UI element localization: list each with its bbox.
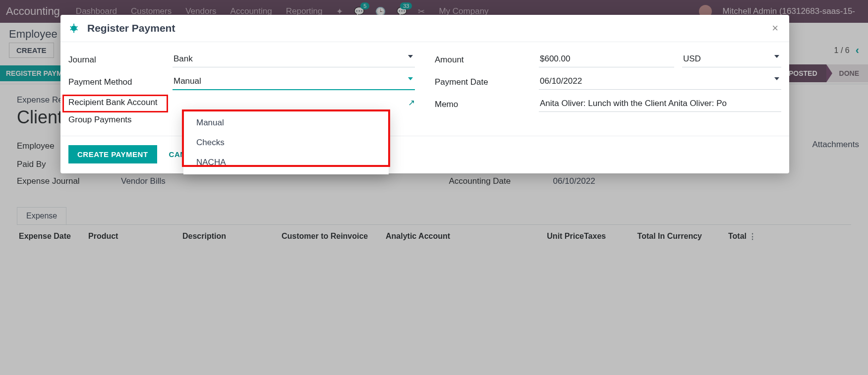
amount-input[interactable]: [539, 52, 674, 67]
payment-method-select[interactable]: [173, 74, 415, 90]
memo-input[interactable]: [539, 97, 781, 112]
payment-method-dropdown: Manual Checks NACHA: [183, 111, 389, 174]
payment-method-label: Payment Method: [68, 77, 173, 87]
bug-icon[interactable]: [68, 23, 79, 34]
recipient-bank-label: Recipient Bank Account: [68, 97, 173, 108]
dropdown-option-nacha[interactable]: NACHA: [183, 153, 389, 172]
external-link-icon[interactable]: ↗: [408, 98, 415, 108]
close-icon[interactable]: ×: [772, 22, 778, 35]
journal-label: Journal: [68, 55, 173, 65]
dropdown-option-checks[interactable]: Checks: [183, 133, 389, 153]
dropdown-option-manual[interactable]: Manual: [183, 113, 389, 133]
group-payments-label: Group Payments: [68, 115, 173, 125]
amount-label: Amount: [435, 55, 539, 65]
modal-title: Register Payment: [87, 22, 175, 34]
chevron-down-icon[interactable]: [774, 55, 779, 58]
svg-point-0: [71, 26, 77, 31]
payment-date-input[interactable]: [539, 74, 781, 90]
chevron-down-icon[interactable]: [408, 77, 413, 80]
memo-label: Memo: [435, 100, 539, 109]
chevron-down-icon[interactable]: [408, 55, 413, 58]
payment-date-label: Payment Date: [435, 77, 539, 87]
journal-select[interactable]: [173, 52, 415, 67]
chevron-down-icon[interactable]: [774, 77, 779, 80]
register-payment-modal: Register Payment × Journal Payment Metho…: [60, 15, 789, 173]
create-payment-button[interactable]: CREATE PAYMENT: [68, 145, 157, 163]
currency-select[interactable]: [682, 52, 781, 67]
